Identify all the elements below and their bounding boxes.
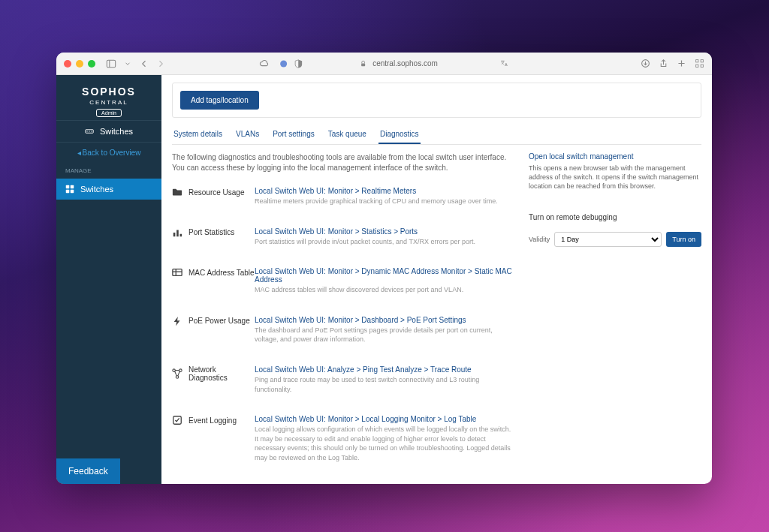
add-tags-button[interactable]: Add tags/location: [180, 91, 259, 110]
diag-link[interactable]: Local Switch Web UI: Monitor > Statistic…: [255, 227, 418, 236]
sidebar: SOPHOS CENTRAL Admin Switches ◂Back to O…: [56, 75, 161, 484]
close-window-button[interactable]: [64, 60, 71, 68]
diag-desc: Ping and trace route may be used to test…: [255, 375, 514, 394]
sidebar-item-label: Switches: [100, 127, 133, 136]
remote-debug-title: Turn on remote debugging: [529, 213, 701, 221]
sidebar-item-switches-active[interactable]: Switches: [56, 179, 161, 200]
download-icon[interactable]: [640, 59, 650, 69]
sidebar-item-label: Switches: [80, 185, 113, 194]
titlebar: central.sophos.com: [56, 53, 712, 75]
intro-text: The following diagnostics and troublesho…: [172, 152, 514, 173]
tabs-overview-icon[interactable]: [694, 59, 704, 69]
browser-window: central.sophos.com SOPHOS CE: [56, 53, 712, 484]
diag-link[interactable]: Local Switch Web UI: Monitor > Dynamic M…: [255, 267, 514, 284]
main-content: Add tags/location System details VLANs P…: [161, 75, 712, 484]
svg-rect-16: [66, 185, 70, 189]
sidebar-item-switches-top[interactable]: Switches: [56, 120, 161, 143]
svg-rect-0: [107, 60, 115, 68]
bar-chart-icon: [172, 227, 182, 238]
maximize-window-button[interactable]: [88, 60, 95, 68]
diag-poe: PoE Power Usage Local Switch Web UI: Mon…: [172, 316, 514, 344]
shield-half-icon[interactable]: [293, 59, 303, 69]
tab-vlans[interactable]: VLANs: [234, 125, 261, 144]
sidebar-section-label: MANAGE: [56, 163, 161, 179]
svg-rect-9: [701, 60, 703, 62]
sidebar-toggle-icon[interactable]: [106, 59, 116, 69]
svg-rect-21: [176, 230, 179, 236]
network-icon: [172, 368, 182, 379]
back-button[interactable]: [139, 59, 149, 69]
checkbox-icon: [172, 415, 182, 425]
diag-network: Network Diagnostics Local Switch Web UI:…: [172, 365, 514, 394]
svg-rect-17: [71, 185, 74, 189]
address-url[interactable]: central.sophos.com: [372, 59, 438, 68]
diag-desc: The dashboard and PoE Port settings page…: [255, 326, 514, 344]
svg-point-28: [176, 376, 179, 379]
svg-rect-10: [695, 65, 698, 67]
svg-line-29: [175, 371, 177, 375]
open-local-mgmt-link[interactable]: Open local switch management: [529, 152, 701, 161]
svg-point-2: [280, 60, 287, 67]
new-tab-icon[interactable]: [676, 59, 686, 69]
switch-icon: [85, 127, 94, 136]
tab-system-details[interactable]: System details: [172, 125, 224, 144]
svg-rect-19: [71, 190, 74, 194]
svg-rect-8: [695, 60, 698, 62]
brand-logo: SOPHOS CENTRAL Admin: [56, 75, 161, 120]
tab-port-settings[interactable]: Port settings: [271, 125, 316, 144]
tab-task-queue[interactable]: Task queue: [327, 125, 368, 144]
diag-desc: Realtime meters provide graphical tracki…: [255, 197, 514, 206]
diag-link[interactable]: Local Switch Web UI: Monitor > Realtime …: [255, 187, 416, 195]
back-to-overview-link[interactable]: ◂Back to Overview: [56, 143, 161, 163]
translate-icon[interactable]: [499, 59, 510, 69]
diag-link[interactable]: Local Switch Web UI: Analyze > Ping Test…: [255, 365, 472, 374]
diag-mac-table: MAC Address Table Local Switch Web UI: M…: [172, 267, 514, 295]
svg-rect-3: [361, 63, 365, 66]
svg-rect-18: [66, 190, 70, 194]
tab-diagnostics[interactable]: Diagnostics: [378, 125, 421, 144]
cloud-icon[interactable]: [258, 59, 269, 69]
share-icon[interactable]: [658, 59, 668, 69]
minimize-window-button[interactable]: [76, 60, 83, 68]
lightning-icon: [172, 316, 182, 326]
mgmt-desc-text: This opens a new browser tab with the ma…: [529, 164, 701, 191]
validity-select[interactable]: 1 Day: [554, 232, 662, 247]
forward-button[interactable]: [155, 59, 166, 69]
grid-icon: [65, 185, 74, 194]
window-controls: [64, 60, 95, 68]
diag-link[interactable]: Local Switch Web UI: Monitor > Local Log…: [255, 415, 476, 423]
svg-line-30: [178, 371, 180, 375]
svg-rect-22: [180, 233, 182, 236]
validity-label: Validity: [529, 236, 550, 243]
chevron-down-icon[interactable]: [122, 59, 133, 69]
folder-icon: [172, 187, 182, 197]
diag-desc: MAC address tables will show discovered …: [255, 285, 514, 295]
action-bar: Add tags/location: [172, 83, 701, 118]
feedback-button[interactable]: Feedback: [56, 458, 120, 484]
diag-desc: Local logging allows configuration of wh…: [255, 425, 514, 462]
diag-resource-usage: Resource Usage Local Switch Web UI: Moni…: [172, 187, 514, 206]
svg-rect-23: [173, 269, 182, 276]
lock-icon: [357, 59, 368, 69]
diag-desc: Port statistics will provide in/out pack…: [255, 237, 514, 247]
tab-bar: System details VLANs Port settings Task …: [172, 125, 701, 145]
turn-on-button[interactable]: Turn on: [666, 232, 701, 247]
diag-event-log: Event Logging Local Switch Web UI: Monit…: [172, 415, 514, 462]
svg-rect-11: [701, 65, 703, 67]
diag-port-statistics: Port Statistics Local Switch Web UI: Mon…: [172, 227, 514, 247]
diag-link[interactable]: Local Switch Web UI: Monitor > Dashboard…: [255, 316, 466, 324]
svg-rect-20: [173, 233, 176, 236]
table-icon: [172, 267, 182, 278]
extension-1-icon[interactable]: [278, 59, 288, 69]
